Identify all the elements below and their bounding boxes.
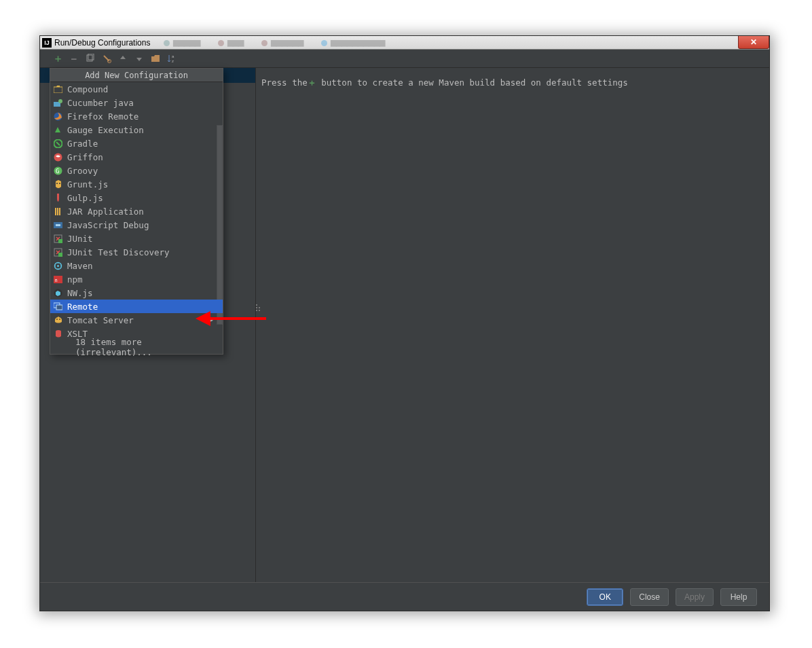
svg-point-31 [56, 319, 58, 320]
svg-text:n: n [55, 277, 58, 283]
help-button[interactable]: Help [720, 588, 757, 606]
sort-button[interactable]: az [166, 53, 177, 64]
cucumber-icon [53, 98, 63, 108]
menu-item-label: JAR Application [67, 206, 144, 217]
menu-item-gulp-js[interactable]: Gulp.js [50, 191, 223, 204]
svg-rect-23 [58, 253, 62, 257]
menu-item-remote[interactable]: Remote [50, 300, 223, 313]
plus-icon: ＋ [308, 77, 316, 88]
svg-point-13 [56, 183, 58, 184]
nwjs-icon [53, 288, 63, 298]
svg-rect-16 [57, 208, 58, 215]
add-new-configuration-popup: Add New Configuration CompoundCucumber j… [50, 68, 223, 355]
griffon-icon [53, 152, 63, 162]
gradle-icon [53, 139, 63, 149]
split-grip[interactable] [256, 304, 261, 312]
svg-point-14 [59, 183, 60, 184]
svg-text:z: z [172, 59, 174, 63]
copy-config-button[interactable] [85, 53, 96, 64]
menu-item-label: 18 items more (irrelevant)... [75, 337, 217, 357]
menu-item-groovy[interactable]: GGroovy [50, 164, 223, 177]
svg-rect-1 [88, 54, 94, 60]
menu-item-label: Maven [67, 261, 93, 271]
close-button[interactable]: Close [630, 588, 669, 606]
svg-point-32 [59, 319, 60, 320]
svg-text:a: a [172, 54, 174, 58]
menu-item-maven[interactable]: Maven [50, 259, 223, 272]
menu-item-label: Grunt.js [67, 179, 108, 190]
menu-item-gradle[interactable]: Gradle [50, 137, 223, 150]
move-down-button[interactable] [134, 53, 145, 64]
svg-rect-30 [56, 305, 62, 310]
hint-text-suffix: button to create a new Maven build based… [321, 77, 628, 88]
folder-button[interactable] [150, 53, 161, 64]
svg-text:G: G [56, 168, 59, 175]
menu-item-label: JavaScript Debug [67, 220, 149, 230]
menu-item-label: Remote [67, 302, 98, 312]
js-debug-icon [53, 220, 63, 230]
background-tabs: ▆▆▆▆▆ ▆▆▆ ▆▆▆▆▆▆ ▆▆▆▆▆▆▆▆▆▆ [164, 38, 385, 47]
svg-rect-19 [56, 224, 60, 226]
gulp-icon [53, 193, 63, 203]
svg-point-25 [57, 265, 59, 267]
grunt-icon [53, 179, 63, 190]
menu-item-cucumber-java[interactable]: Cucumber java [50, 96, 223, 109]
remove-config-button[interactable]: − [69, 53, 79, 64]
menu-item-label: Cucumber java [67, 98, 134, 108]
ok-button[interactable]: OK [587, 588, 623, 606]
svg-rect-0 [87, 55, 92, 61]
submenu-arrow-icon: ▶ [210, 317, 213, 323]
hint-panel: Press the＋ button to create a new Maven … [256, 68, 769, 582]
hint-text-prefix: Press the [261, 77, 308, 88]
menu-item-gauge-execution[interactable]: Gauge Execution [50, 123, 223, 137]
svg-rect-17 [59, 208, 60, 215]
menu-item-18-items-more-irrelevant[interactable]: 18 items more (irrelevant)... [50, 340, 223, 354]
config-tree-panel[interactable]: Add New Configuration CompoundCucumber j… [40, 68, 256, 582]
maven-icon [53, 261, 63, 271]
menu-item-npm[interactable]: nnpm [50, 272, 223, 286]
svg-point-7 [58, 99, 62, 103]
menu-item-label: Griffon [67, 152, 103, 162]
svg-rect-5 [54, 87, 62, 93]
menu-item-label: Groovy [67, 166, 98, 176]
menu-item-javascript-debug[interactable]: JavaScript Debug [50, 218, 223, 232]
run-debug-config-dialog: IJ Run/Debug Configurations ▆▆▆▆▆ ▆▆▆ ▆▆… [39, 35, 770, 611]
edit-defaults-button[interactable] [101, 53, 112, 64]
menu-item-griffon[interactable]: Griffon [50, 150, 223, 164]
menu-item-label: Gulp.js [67, 193, 103, 203]
menu-item-label: JUnit Test Discovery [67, 247, 170, 257]
menu-item-label: Tomcat Server [67, 315, 134, 325]
gauge-icon [53, 125, 63, 135]
svg-point-10 [54, 153, 62, 161]
menu-item-firefox-remote[interactable]: Firefox Remote [50, 109, 223, 123]
dialog-button-bar: OK Close Apply Help [40, 582, 769, 611]
menu-item-label: NW.js [67, 288, 93, 298]
compound-icon [53, 84, 63, 94]
titlebar: IJ Run/Debug Configurations ▆▆▆▆▆ ▆▆▆ ▆▆… [40, 36, 769, 50]
menu-item-tomcat-server[interactable]: Tomcat Server▶ [50, 313, 223, 327]
window-close-button[interactable]: ✕ [738, 36, 769, 49]
menu-item-label: Compound [67, 84, 108, 94]
menu-item-junit-test-discovery[interactable]: JUnit Test Discovery [50, 245, 223, 259]
junit-icon [53, 234, 63, 244]
menu-item-grunt-js[interactable]: Grunt.js [50, 177, 223, 191]
menu-item-junit[interactable]: JUnit [50, 232, 223, 245]
add-config-button[interactable]: ＋ [52, 53, 63, 64]
menu-item-compound[interactable]: Compound [50, 82, 223, 96]
jar-icon [53, 206, 63, 217]
move-up-button[interactable] [117, 53, 128, 64]
menu-item-jar-application[interactable]: JAR Application [50, 204, 223, 218]
menu-item-label: npm [67, 274, 83, 285]
toolbar: ＋ − az [40, 50, 769, 67]
firefox-icon [53, 111, 63, 122]
junit-discover-icon [53, 247, 63, 257]
groovy-icon: G [53, 166, 63, 176]
dialog-title: Run/Debug Configurations [54, 38, 150, 48]
app-icon: IJ [42, 38, 52, 48]
menu-item-label: JUnit [67, 234, 93, 244]
apply-button[interactable]: Apply [676, 588, 714, 606]
popup-title: Add New Configuration [50, 69, 223, 82]
menu-item-label: Firefox Remote [67, 111, 139, 122]
menu-item-nw-js[interactable]: NW.js [50, 286, 223, 300]
svg-rect-21 [58, 239, 62, 243]
